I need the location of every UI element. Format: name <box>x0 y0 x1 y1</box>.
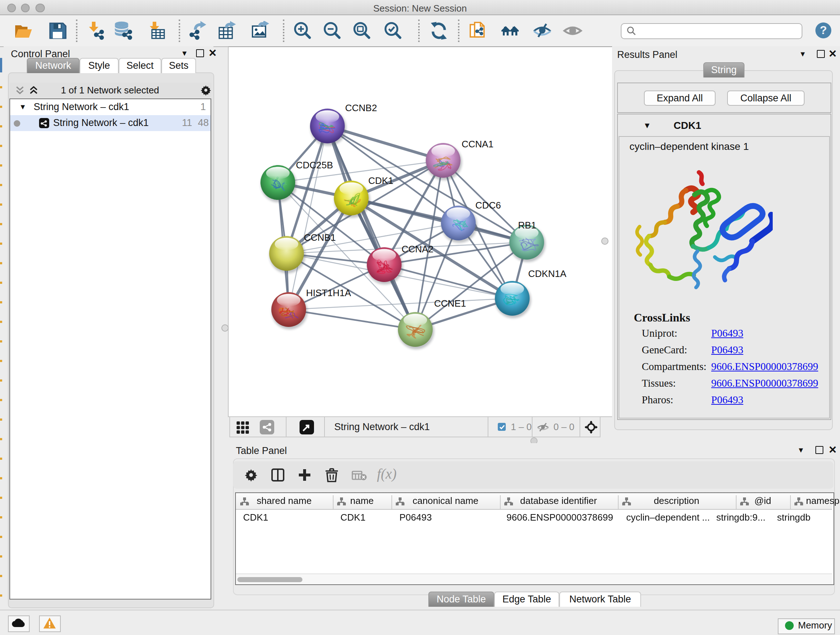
svg-text:CCNB1: CCNB1 <box>304 232 336 243</box>
svg-text:HIST1H1A: HIST1H1A <box>306 287 351 298</box>
svg-text:CCNE1: CCNE1 <box>434 298 466 309</box>
svg-text:CDKN1A: CDKN1A <box>528 268 567 279</box>
svg-text:RB1: RB1 <box>518 220 537 231</box>
svg-text:CDC25B: CDC25B <box>296 160 333 171</box>
svg-text:CDC6: CDC6 <box>475 200 501 211</box>
svg-text:CCNA2: CCNA2 <box>401 244 433 255</box>
svg-text:CCNB2: CCNB2 <box>345 103 377 113</box>
svg-text:CCNA1: CCNA1 <box>462 139 493 149</box>
svg-text:CDK1: CDK1 <box>368 175 393 186</box>
